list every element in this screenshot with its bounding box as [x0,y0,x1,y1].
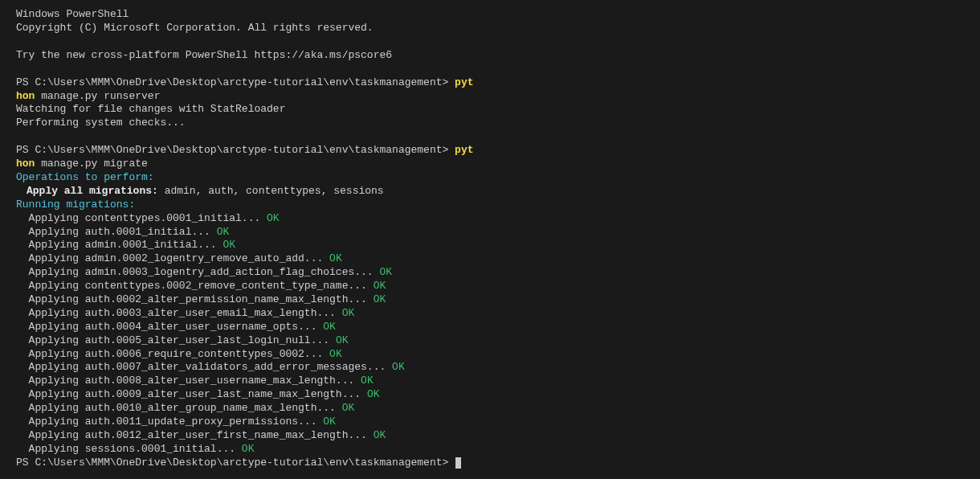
status-ok: OK [267,212,280,224]
apply-all-label: Apply all migrations: [27,185,158,197]
migration-line: Applying contenttypes.0001_initial... OK [16,212,964,226]
cmd-python-part2: hon [16,90,35,102]
migration-text: Applying contenttypes.0002_remove_conten… [16,280,374,292]
migration-line: Applying auth.0004_alter_user_username_o… [16,321,964,334]
cmd-python-part2: hon [16,158,35,170]
prompt-path: PS C:\Users\MMM\OneDrive\Desktop\arctype… [16,76,448,88]
cursor-icon [455,457,461,469]
status-ok: OK [336,334,349,346]
operations-header: Operations to perform: [16,171,964,185]
migration-line: Applying auth.0009_alter_user_last_name_… [16,388,964,402]
migration-line: Applying sessions.0001_initial... OK [16,443,964,456]
terminal-output[interactable]: Windows PowerShell Copyright (C) Microso… [16,8,964,470]
status-ok: OK [367,388,380,400]
migration-line: Applying auth.0006_require_contenttypes_… [16,348,964,362]
migration-text: Applying auth.0012_alter_user_first_name… [16,429,374,441]
migration-line: Applying auth.0001_initial... OK [16,226,964,240]
apply-all-line: Apply all migrations: admin, auth, conte… [16,185,964,199]
ps-title: Windows PowerShell [16,8,964,22]
migration-text: Applying auth.0003_alter_user_email_max_… [16,307,342,319]
status-ok: OK [361,375,374,387]
prompt-line-1: PS C:\Users\MMM\OneDrive\Desktop\arctype… [16,76,964,90]
prompt-line-2b: hon manage.py migrate [16,158,964,171]
prompt-path: PS C:\Users\MMM\OneDrive\Desktop\arctype… [16,456,448,469]
ps-copyright: Copyright (C) Microsoft Corporation. All… [16,22,964,35]
status-ok: OK [392,361,405,373]
status-ok: OK [323,416,336,428]
migration-line: Applying auth.0005_alter_user_last_login… [16,334,964,348]
status-ok: OK [342,307,355,319]
migration-text: Applying auth.0007_alter_validators_add_… [16,361,392,373]
migration-text: Applying auth.0006_require_contenttypes_… [16,348,329,360]
migrations-list: Applying contenttypes.0001_initial... OK… [16,212,964,456]
cmd-python-part1: pyt [455,144,473,156]
status-ok: OK [323,321,336,333]
migration-line: Applying admin.0002_logentry_remove_auto… [16,252,964,266]
blank-line [16,35,964,49]
ps-try-new: Try the new cross-platform PowerShell ht… [16,49,964,63]
status-ok: OK [379,266,392,278]
migration-text: Applying auth.0008_alter_user_username_m… [16,375,361,387]
migration-line: Applying auth.0007_alter_validators_add_… [16,361,964,375]
migration-text: Applying admin.0001_initial... [16,239,223,251]
migration-text: Applying auth.0009_alter_user_last_name_… [16,388,367,400]
status-ok: OK [329,252,342,264]
migration-text: Applying admin.0003_logentry_add_action_… [16,266,379,278]
status-ok: OK [342,402,355,414]
migration-text: Applying sessions.0001_initial... [16,443,242,455]
output-checks: Performing system checks... [16,117,964,130]
status-ok: OK [374,293,386,305]
migration-text: Applying auth.0002_alter_permission_name… [16,293,374,305]
prompt-path: PS C:\Users\MMM\OneDrive\Desktop\arctype… [16,144,448,156]
running-header: Running migrations: [16,199,964,212]
status-ok: OK [217,226,230,238]
prompt-line-3[interactable]: PS C:\Users\MMM\OneDrive\Desktop\arctype… [16,456,964,470]
cmd-python-part1: pyt [455,76,473,88]
status-ok: OK [374,429,386,441]
cmd-args-runserver: manage.py runserver [35,90,160,102]
migration-line: Applying auth.0002_alter_permission_name… [16,293,964,307]
migration-line: Applying admin.0003_logentry_add_action_… [16,266,964,280]
migration-text: Applying auth.0010_alter_group_name_max_… [16,402,342,414]
migration-line: Applying auth.0003_alter_user_email_max_… [16,307,964,321]
migration-line: Applying auth.0010_alter_group_name_max_… [16,402,964,416]
migration-text: Applying auth.0001_initial... [16,226,217,238]
status-ok: OK [242,443,255,455]
status-ok: OK [374,280,386,292]
prompt-line-2: PS C:\Users\MMM\OneDrive\Desktop\arctype… [16,144,964,158]
prompt-line-1b: hon manage.py runserver [16,90,964,104]
migration-line: Applying auth.0012_alter_user_first_name… [16,429,964,443]
migration-line: Applying auth.0011_update_proxy_permissi… [16,416,964,429]
blank-line [16,63,964,76]
status-ok: OK [223,239,235,251]
output-watching: Watching for file changes with StatReloa… [16,103,964,117]
migration-text: Applying auth.0005_alter_user_last_login… [16,334,336,346]
migration-text: Applying auth.0004_alter_user_username_o… [16,321,323,333]
migration-text: Applying auth.0011_update_proxy_permissi… [16,416,323,428]
cmd-args-migrate: manage.py migrate [35,158,147,170]
migration-text: Applying admin.0002_logentry_remove_auto… [16,252,329,264]
migration-line: Applying admin.0001_initial... OK [16,239,964,252]
migration-line: Applying contenttypes.0002_remove_conten… [16,280,964,293]
status-ok: OK [329,348,342,360]
blank-line [16,130,964,144]
migration-line: Applying auth.0008_alter_user_username_m… [16,375,964,388]
apply-all-list: admin, auth, contenttypes, sessions [158,185,384,197]
migration-text: Applying contenttypes.0001_initial... [16,212,267,224]
